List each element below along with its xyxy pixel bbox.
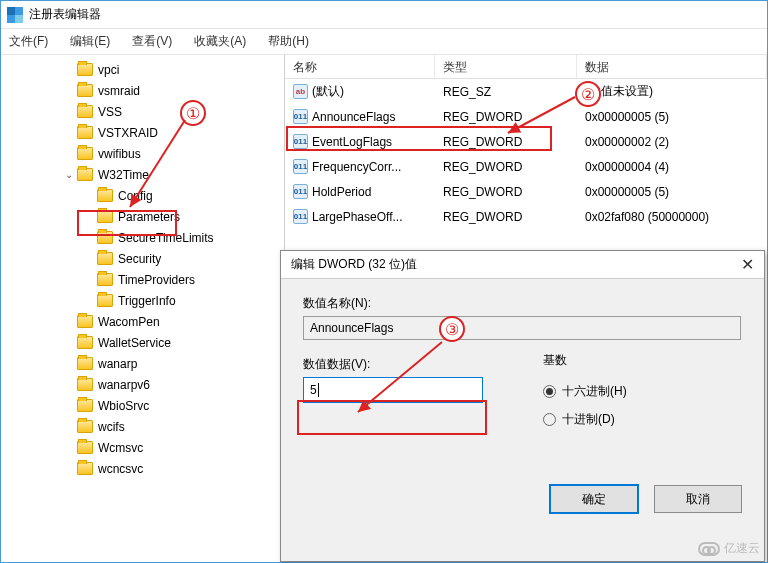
radix-hex-option[interactable]: 十六进制(H) <box>543 379 627 403</box>
radio-icon <box>543 385 556 398</box>
folder-icon <box>77 126 93 139</box>
menu-help[interactable]: 帮助(H) <box>264 31 313 52</box>
value-data: 0x00000005 (5) <box>577 185 767 199</box>
value-data: 0x00000005 (5) <box>577 110 767 124</box>
value-data: (数值未设置) <box>577 83 767 100</box>
regedit-icon <box>7 7 23 23</box>
menu-favorites[interactable]: 收藏夹(A) <box>190 31 250 52</box>
col-type[interactable]: 类型 <box>435 55 577 78</box>
folder-icon <box>77 378 93 391</box>
folder-icon <box>97 294 113 307</box>
tree-item-wcncsvc[interactable]: wcncsvc <box>1 458 284 479</box>
annotation-arrow-1 <box>120 115 190 215</box>
menu-view[interactable]: 查看(V) <box>128 31 176 52</box>
folder-icon <box>77 84 93 97</box>
tree-item-vsmraid[interactable]: vsmraid <box>1 80 284 101</box>
dialog-title: 编辑 DWORD (32 位)值 <box>291 256 417 273</box>
value-name: FrequencyCorr... <box>312 160 401 174</box>
value-type: REG_DWORD <box>435 210 577 224</box>
folder-icon <box>77 105 93 118</box>
tree-label: TimeProviders <box>118 273 195 287</box>
svg-rect-2 <box>7 15 15 23</box>
folder-icon <box>97 273 113 286</box>
tree-item-vpci[interactable]: vpci <box>1 59 284 80</box>
tree-label: wcifs <box>98 420 125 434</box>
menubar: 文件(F) 编辑(E) 查看(V) 收藏夹(A) 帮助(H) <box>1 29 767 55</box>
value-name: LargePhaseOff... <box>312 210 403 224</box>
tree-item-triggerinfo[interactable]: TriggerInfo <box>1 290 284 311</box>
ok-button[interactable]: 确定 <box>550 485 638 513</box>
col-data[interactable]: 数据 <box>577 55 767 78</box>
col-name[interactable]: 名称 <box>285 55 435 78</box>
tree-item-wanarpv6[interactable]: wanarpv6 <box>1 374 284 395</box>
tree-label: WalletService <box>98 336 171 350</box>
binary-value-icon: 011 <box>293 184 308 199</box>
tree-item-wbiosrvc[interactable]: WbioSrvc <box>1 395 284 416</box>
list-row[interactable]: 011LargePhaseOff...REG_DWORD0x02faf080 (… <box>285 204 767 229</box>
folder-icon <box>77 420 93 433</box>
tree-item-timeproviders[interactable]: TimeProviders <box>1 269 284 290</box>
folder-icon <box>77 63 93 76</box>
close-icon[interactable]: ✕ <box>741 255 754 274</box>
value-name: (默认) <box>312 83 344 100</box>
svg-rect-1 <box>15 7 23 15</box>
binary-value-icon: 011 <box>293 159 308 174</box>
folder-icon <box>77 462 93 475</box>
svg-line-6 <box>358 342 442 412</box>
tree-label: Wcmsvc <box>98 441 143 455</box>
value-name: HoldPeriod <box>312 185 371 199</box>
radix-label: 基数 <box>543 352 627 369</box>
svg-line-5 <box>508 97 575 133</box>
folder-icon <box>77 336 93 349</box>
svg-rect-3 <box>15 15 23 23</box>
tree-label: vpci <box>98 63 119 77</box>
tree-label: WacomPen <box>98 315 160 329</box>
svg-rect-0 <box>7 7 15 15</box>
radix-dec-option[interactable]: 十进制(D) <box>543 407 627 431</box>
tree-item-wacompen[interactable]: WacomPen <box>1 311 284 332</box>
tree-item-security[interactable]: Security <box>1 248 284 269</box>
value-type: REG_DWORD <box>435 185 577 199</box>
folder-icon <box>77 147 93 160</box>
value-name-label: 数值名称(N): <box>303 295 742 312</box>
list-row[interactable]: 011FrequencyCorr...REG_DWORD0x00000004 (… <box>285 154 767 179</box>
cancel-button[interactable]: 取消 <box>654 485 742 513</box>
folder-icon <box>77 357 93 370</box>
svg-line-4 <box>130 120 185 207</box>
watermark: 亿速云 <box>698 540 760 557</box>
folder-icon <box>77 399 93 412</box>
radio-icon <box>543 413 556 426</box>
annotation-arrow-2 <box>500 95 580 140</box>
tree-label: wanarpv6 <box>98 378 150 392</box>
menu-edit[interactable]: 编辑(E) <box>66 31 114 52</box>
window-title: 注册表编辑器 <box>29 6 101 23</box>
folder-icon <box>77 441 93 454</box>
binary-value-icon: 011 <box>293 109 308 124</box>
list-header: 名称 类型 数据 <box>285 55 767 79</box>
tree-label: VSS <box>98 105 122 119</box>
value-data: 0x00000002 (2) <box>577 135 767 149</box>
value-type: REG_DWORD <box>435 160 577 174</box>
string-value-icon: ab <box>293 84 308 99</box>
tree-label: wanarp <box>98 357 137 371</box>
binary-value-icon: 011 <box>293 209 308 224</box>
tree-item-wcmsvc[interactable]: Wcmsvc <box>1 437 284 458</box>
titlebar: 注册表编辑器 <box>1 1 767 29</box>
value-name-field: AnnounceFlags <box>303 316 741 340</box>
tree-label: wcncsvc <box>98 462 143 476</box>
folder-icon <box>97 189 113 202</box>
tree-label: Security <box>118 252 161 266</box>
folder-icon <box>77 315 93 328</box>
folder-icon <box>97 252 113 265</box>
expander-icon[interactable]: ⌄ <box>63 169 75 180</box>
list-row[interactable]: 011HoldPeriodREG_DWORD0x00000005 (5) <box>285 179 767 204</box>
tree-label: WbioSrvc <box>98 399 149 413</box>
value-data: 0x00000004 (4) <box>577 160 767 174</box>
tree-item-wcifs[interactable]: wcifs <box>1 416 284 437</box>
menu-file[interactable]: 文件(F) <box>5 31 52 52</box>
tree-item-walletservice[interactable]: WalletService <box>1 332 284 353</box>
folder-icon <box>77 168 93 181</box>
tree-item-wanarp[interactable]: wanarp <box>1 353 284 374</box>
value-data: 0x02faf080 (50000000) <box>577 210 767 224</box>
dialog-titlebar: 编辑 DWORD (32 位)值 ✕ <box>281 251 764 279</box>
